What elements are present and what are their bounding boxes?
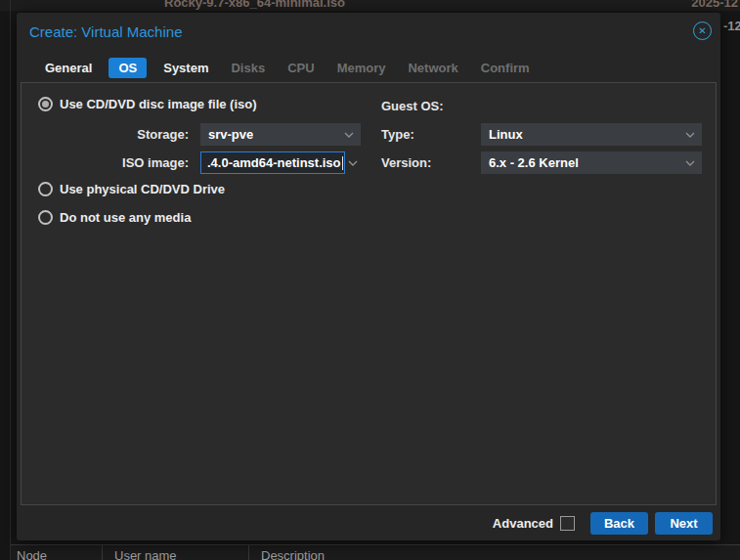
column-header-description: Description: [261, 548, 325, 560]
dialog-title: Create: Virtual Machine: [29, 23, 182, 40]
advanced-label[interactable]: Advanced: [493, 516, 553, 531]
radio-unselected-icon[interactable]: [38, 182, 53, 196]
advanced-checkbox[interactable]: [560, 516, 575, 531]
background-content-row: Rocky-9.7-x86_64-minimal.iso 2025-12: [0, 0, 740, 11]
radio-selected-icon[interactable]: [38, 97, 53, 111]
media-option-physical-label[interactable]: Use physical CD/DVD Drive: [60, 182, 225, 196]
column-header-node: Node: [17, 548, 47, 560]
tab-confirm: Confirm: [475, 58, 536, 78]
column-header-user-name: User name: [114, 548, 177, 560]
guest-os-heading: Guest OS:: [381, 99, 444, 113]
tab-disks: Disks: [225, 58, 271, 78]
media-option-none-label[interactable]: Do not use any media: [60, 210, 191, 225]
iso-image-label: ISO image:: [22, 155, 189, 170]
media-option-iso-label[interactable]: Use CD/DVD disc image file (iso): [60, 97, 257, 111]
back-button[interactable]: Back: [590, 512, 648, 535]
storage-combobox[interactable]: srv-pve: [200, 123, 361, 146]
guest-os-version-label: Version:: [381, 155, 431, 170]
radio-dot: [42, 101, 49, 108]
guest-os-version-value: 6.x - 2.6 Kernel: [481, 155, 579, 170]
dialog-footer: Advanced Back Next: [17, 506, 720, 540]
iso-image-input[interactable]: .4.0-amd64-netinst.iso: [200, 151, 345, 174]
create-vm-dialog: Create: Virtual Machine ✕ General OS Sys…: [17, 13, 720, 540]
iso-image-value: .4.0-amd64-netinst.iso: [207, 155, 341, 170]
storage-label: Storage:: [22, 127, 189, 142]
background-date: 2025-12: [691, 0, 738, 10]
wizard-tab-bar: General OS System Disks CPU Memory Netwo…: [17, 49, 720, 82]
storage-value: srv-pve: [200, 127, 253, 142]
column-divider: [102, 545, 103, 560]
tab-memory: Memory: [331, 58, 392, 78]
background-iso-filename: Rocky-9.7-x86_64-minimal.iso: [164, 0, 345, 10]
guest-os-type-label: Type:: [381, 127, 414, 142]
radio-unselected-icon[interactable]: [38, 210, 53, 225]
iso-image-combobox[interactable]: .4.0-amd64-netinst.iso: [200, 151, 361, 174]
chevron-down-icon[interactable]: [348, 160, 358, 166]
tab-network: Network: [402, 58, 463, 78]
tab-cpu: CPU: [282, 58, 320, 78]
dialog-header: Create: Virtual Machine ✕: [17, 13, 720, 49]
close-icon[interactable]: ✕: [693, 22, 712, 40]
text-cursor: [342, 156, 343, 170]
chevron-down-icon[interactable]: [685, 160, 695, 166]
tab-general[interactable]: General: [39, 58, 98, 78]
chevron-down-icon[interactable]: [344, 132, 354, 138]
guest-os-version-combobox[interactable]: 6.x - 2.6 Kernel: [481, 151, 702, 174]
column-divider: [248, 545, 249, 560]
background-date-fragment: -12: [723, 19, 740, 33]
next-button[interactable]: Next: [655, 512, 713, 535]
iso-image-dropdown-trigger[interactable]: [345, 151, 361, 174]
chevron-down-icon[interactable]: [685, 132, 695, 138]
os-tab-panel: Use CD/DVD disc image file (iso) Storage…: [21, 82, 717, 505]
task-table-header: Node User name Description: [11, 544, 740, 560]
guest-os-type-combobox[interactable]: Linux: [481, 123, 702, 146]
guest-os-type-value: Linux: [481, 127, 523, 142]
media-option-iso[interactable]: Use CD/DVD disc image file (iso): [38, 97, 257, 111]
background-sidebar-divider: [10, 0, 11, 560]
tab-system[interactable]: System: [157, 58, 214, 78]
media-option-physical[interactable]: Use physical CD/DVD Drive: [38, 182, 225, 196]
tab-os[interactable]: OS: [109, 58, 147, 78]
media-option-none[interactable]: Do not use any media: [38, 210, 191, 225]
